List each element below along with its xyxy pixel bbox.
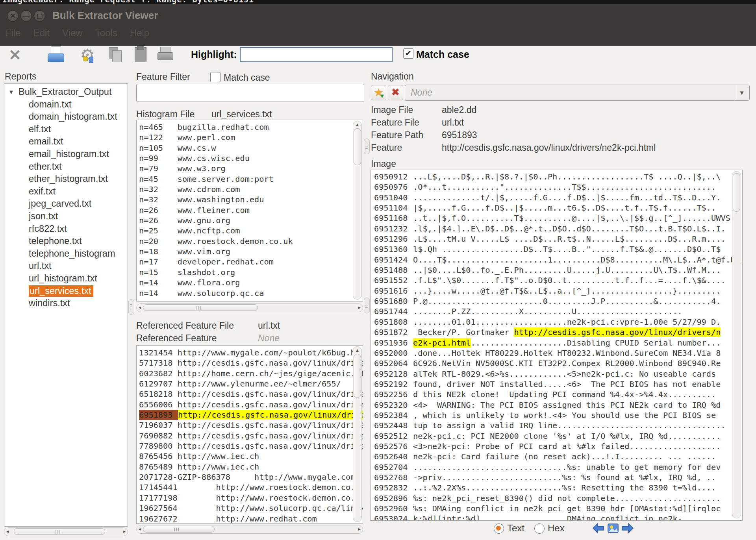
- referenced-row[interactable]: 1321454 http://www.mygale.com/~poulot/k6…: [139, 348, 363, 358]
- scrollbar-thumb[interactable]: [733, 173, 740, 212]
- histogram-row[interactable]: n=105 www.cs.w: [139, 143, 363, 153]
- histogram-row[interactable]: n=32 www.washington.edu: [139, 194, 363, 205]
- chevron-down-icon[interactable]: ▼: [734, 85, 749, 100]
- report-item[interactable]: ether_histogram.txt: [4, 173, 128, 185]
- referenced-row[interactable]: 19627564 http://www.solucorp.qc.ca/linux: [139, 503, 363, 513]
- report-item[interactable]: windirs.txt: [4, 297, 128, 310]
- referenced-hscrollbar[interactable]: ◂ ▸: [136, 525, 363, 534]
- referenced-row[interactable]: 8765489 http://www.iec.ch: [139, 462, 363, 472]
- menu-edit[interactable]: Edit: [33, 27, 50, 39]
- report-item[interactable]: domain_histogram.txt: [4, 111, 128, 123]
- scroll-up-icon[interactable]: ▲: [353, 122, 361, 128]
- histogram-row[interactable]: n=26 www.fleiner.com: [139, 205, 363, 215]
- histogram-row[interactable]: n=465 bugzilla.redhat.com: [139, 122, 363, 132]
- previous-feature-button[interactable]: [592, 522, 605, 534]
- clear-bookmark-button[interactable]: ✖: [388, 85, 403, 100]
- report-item-selected[interactable]: url_services.txt: [4, 285, 128, 298]
- histogram-row[interactable]: n=26 www.gnu.org: [139, 215, 363, 226]
- report-item[interactable]: elf.txt: [4, 123, 128, 136]
- report-item[interactable]: domain.txt: [4, 98, 128, 111]
- histogram-row[interactable]: n=45 some.server.dom:port: [139, 174, 363, 184]
- scrollbar-thumb[interactable]: [143, 526, 215, 533]
- report-item[interactable]: ether.txt: [4, 161, 128, 173]
- referenced-row-selected[interactable]: 6951893http://cesdis.gsfc.nasa.gov/linux…: [139, 410, 363, 420]
- histogram-row[interactable]: n=79 www.w3.org: [139, 163, 363, 174]
- match-case-checkbox[interactable]: ✔: [403, 48, 413, 59]
- scroll-left-icon[interactable]: ◂: [139, 526, 141, 532]
- report-item[interactable]: email_histogram.txt: [4, 148, 128, 161]
- filter-match-case-checkbox[interactable]: [210, 72, 220, 82]
- splitter-grip[interactable]: [364, 298, 370, 313]
- referenced-row[interactable]: 7789800 http://cesdis.gsfc.nasa.gov/linu…: [139, 441, 363, 451]
- export-button[interactable]: [46, 46, 65, 65]
- histogram-vscrollbar[interactable]: ▲: [353, 121, 362, 300]
- referenced-row[interactable]: 2071728-GZIP-886378 http://www.mygale.co…: [139, 472, 363, 482]
- settings-button[interactable]: ⚙: [78, 46, 97, 65]
- menu-tools[interactable]: Tools: [94, 27, 118, 39]
- report-root-item[interactable]: ▼ Bulk_Extractor_Output: [4, 86, 128, 98]
- add-bookmark-button[interactable]: ★ ▼: [371, 85, 386, 100]
- close-report-button[interactable]: ✕: [6, 46, 24, 65]
- report-item[interactable]: url.txt: [4, 260, 128, 272]
- referenced-row[interactable]: 6129707 http://www.ylenurme.ee/~elmer/65…: [139, 379, 363, 389]
- referenced-row[interactable]: 7196037 http://cesdis.gsfc.nasa.gov/linu…: [139, 420, 363, 430]
- reports-hscrollbar[interactable]: ◂ ▸: [4, 527, 128, 536]
- histogram-hscrollbar[interactable]: ◂ ▸: [136, 303, 363, 312]
- text-radio[interactable]: [494, 523, 504, 534]
- scroll-right-icon[interactable]: ▸: [123, 529, 126, 534]
- bookmark-combobox[interactable]: None ▼: [405, 85, 750, 101]
- histogram-row[interactable]: n=18 www.vim.org: [139, 246, 363, 257]
- scrollbar-thumb[interactable]: [143, 304, 258, 311]
- histogram-row[interactable]: n=14 www.solucorp.qc.ca: [139, 288, 363, 298]
- goto-feature-button[interactable]: [607, 522, 619, 534]
- highlight-input[interactable]: [240, 47, 393, 62]
- next-feature-button[interactable]: [621, 522, 634, 534]
- scroll-right-icon[interactable]: ▸: [358, 526, 361, 532]
- scroll-left-icon[interactable]: ◂: [6, 529, 9, 534]
- print-button[interactable]: [156, 46, 174, 65]
- window-close-button[interactable]: ✕: [7, 10, 19, 22]
- scrollbar-thumb[interactable]: [354, 128, 361, 165]
- report-item[interactable]: exif.txt: [4, 185, 128, 198]
- scrollbar-thumb[interactable]: [354, 354, 361, 398]
- tree-expand-icon[interactable]: ▼: [8, 86, 14, 98]
- scroll-right-icon[interactable]: ▸: [358, 305, 361, 310]
- referenced-row[interactable]: 6023682 http://home.cern.ch/~jes/gige/ac…: [139, 368, 363, 379]
- window-minimize-button[interactable]: —: [20, 10, 32, 22]
- referenced-row[interactable]: 6556006 http://cesdis.gsfc.nasa.gov/linu…: [139, 399, 363, 410]
- referenced-row[interactable]: 19627672 http://www.redhat.com: [139, 514, 363, 524]
- report-item[interactable]: url_histogram.txt: [4, 272, 128, 285]
- referenced-row[interactable]: 8765456 http://www.iec.ch: [139, 451, 363, 461]
- menu-file[interactable]: File: [5, 27, 22, 39]
- scroll-left-icon[interactable]: ◂: [139, 305, 141, 310]
- image-panel[interactable]: 6950912...L$,....D$,..R.|$8.?.|$0..Ph...…: [371, 170, 743, 521]
- referenced-row[interactable]: 6518218 http://cesdis.gsfc.nasa.gov/linu…: [139, 389, 363, 399]
- report-item[interactable]: rfc822.txt: [4, 223, 128, 235]
- histogram-row[interactable]: n=15 slashdot.org: [139, 267, 363, 277]
- histogram-row[interactable]: n=99 www.cs.wisc.edu: [139, 153, 363, 163]
- report-item[interactable]: json.txt: [4, 210, 128, 223]
- image-vscrollbar[interactable]: [732, 171, 741, 518]
- hex-radio[interactable]: [534, 523, 545, 534]
- menu-help[interactable]: Help: [129, 27, 150, 39]
- menu-view[interactable]: View: [61, 27, 83, 39]
- scrollbar-thumb[interactable]: [14, 528, 105, 535]
- report-item[interactable]: email.txt: [4, 135, 128, 148]
- referenced-row[interactable]: 5717318 http://cesdis.gsfc.nasa.gov/linu…: [139, 358, 363, 368]
- splitter-grip[interactable]: [364, 139, 370, 154]
- histogram-row[interactable]: n=25 www.ncftp.com: [139, 226, 363, 236]
- referenced-row[interactable]: 17177198 http://www.roestock.demon.co.u: [139, 493, 363, 503]
- histogram-row[interactable]: n=20 www.roestock.demon.co.uk: [139, 236, 363, 246]
- referenced-vscrollbar[interactable]: ▲: [353, 346, 362, 522]
- referenced-row[interactable]: 17145441 http://www.roestock.demon.co.u: [139, 482, 363, 492]
- histogram-row[interactable]: n=17 developer.redhat.com: [139, 257, 363, 267]
- histogram-row[interactable]: n=14 www.flora.org: [139, 277, 363, 288]
- report-item[interactable]: telephone_histogram: [4, 248, 128, 260]
- report-item[interactable]: jpeg_carved.txt: [4, 198, 128, 210]
- histogram-row[interactable]: n=32 www.cdrom.com: [139, 184, 363, 194]
- histogram-row[interactable]: n=122 www.perl.com: [139, 132, 363, 142]
- scroll-up-icon[interactable]: ▲: [353, 348, 361, 353]
- feature-filter-input[interactable]: [136, 84, 364, 102]
- copy-button[interactable]: [106, 46, 125, 65]
- paste-button[interactable]: [131, 46, 150, 65]
